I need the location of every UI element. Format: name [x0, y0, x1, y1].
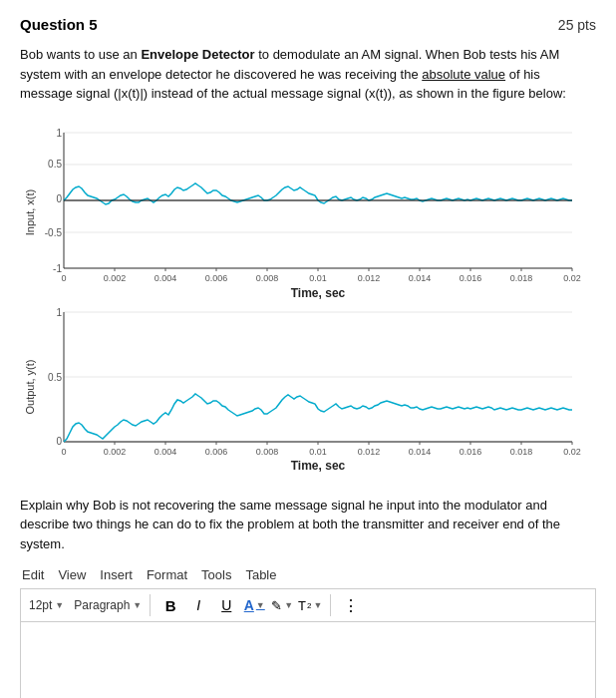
question-description: Bob wants to use an Envelope Detector to… — [20, 45, 596, 104]
svg-text:0.016: 0.016 — [460, 273, 482, 283]
menu-bar: Edit View Insert Format Tools Table — [20, 567, 596, 582]
menu-view[interactable]: View — [58, 567, 86, 582]
svg-text:Output, y(t): Output, y(t) — [24, 359, 36, 414]
paragraph-selector[interactable]: Paragraph ▼ — [74, 598, 142, 612]
svg-text:0.014: 0.014 — [409, 447, 432, 457]
superscript-button[interactable]: T2 ▼ — [298, 593, 322, 617]
highlight-chevron: ▼ — [284, 600, 293, 610]
svg-text:0.016: 0.016 — [460, 447, 482, 457]
svg-text:0.012: 0.012 — [358, 447, 381, 457]
svg-text:0.008: 0.008 — [256, 447, 279, 457]
highlight-button[interactable]: ✎ ▼ — [270, 593, 294, 617]
output-chart-svg: Output, y(t) 1 0.5 0 0 0.002 0.004 0.006… — [24, 302, 592, 482]
menu-edit[interactable]: Edit — [22, 567, 44, 582]
text-color-button[interactable]: A ▼ — [242, 593, 266, 617]
explain-text: Explain why Bob is not recovering the sa… — [20, 496, 596, 554]
italic-button[interactable]: I — [186, 593, 210, 617]
more-options-button[interactable]: ⋮ — [339, 593, 363, 617]
question-title: Question 5 — [20, 16, 98, 33]
svg-text:0.002: 0.002 — [104, 273, 127, 283]
toolbar-separator — [150, 594, 151, 616]
svg-text:0.02: 0.02 — [563, 447, 581, 457]
superscript-chevron: ▼ — [314, 600, 323, 610]
svg-text:0.02: 0.02 — [563, 273, 581, 283]
toolbar-separator-2 — [330, 594, 331, 616]
svg-text:0.01: 0.01 — [309, 273, 327, 283]
svg-text:0.006: 0.006 — [205, 273, 228, 283]
svg-text:Input, x(t): Input, x(t) — [24, 188, 36, 234]
bold-button[interactable]: B — [158, 593, 182, 617]
menu-tools[interactable]: Tools — [201, 567, 231, 582]
font-size-selector[interactable]: 12pt ▼ — [29, 598, 64, 612]
svg-text:0.018: 0.018 — [510, 447, 533, 457]
svg-text:0: 0 — [61, 273, 66, 283]
underline-button[interactable]: U — [214, 593, 238, 617]
charts-container: Input, x(t) 1 0.5 0 -0.5 -1 0 0.002 0 — [20, 118, 596, 482]
svg-text:0.012: 0.012 — [358, 273, 381, 283]
svg-text:Time, sec: Time, sec — [291, 286, 346, 300]
svg-text:0.002: 0.002 — [104, 447, 127, 457]
bottom-chart: Output, y(t) 1 0.5 0 0 0.002 0.004 0.006… — [20, 302, 596, 482]
color-chevron: ▼ — [256, 600, 265, 610]
svg-text:Time, sec: Time, sec — [291, 459, 346, 473]
svg-text:-0.5: -0.5 — [45, 227, 63, 238]
answer-text-area[interactable] — [20, 621, 596, 698]
svg-text:0: 0 — [56, 436, 62, 447]
svg-text:0.014: 0.014 — [409, 273, 432, 283]
svg-text:0: 0 — [61, 447, 66, 457]
input-chart-svg: Input, x(t) 1 0.5 0 -0.5 -1 0 0.002 0 — [24, 118, 592, 302]
paragraph-chevron: ▼ — [133, 600, 142, 610]
top-chart: Input, x(t) 1 0.5 0 -0.5 -1 0 0.002 0 — [20, 118, 596, 302]
svg-text:0.006: 0.006 — [205, 447, 228, 457]
svg-text:1: 1 — [56, 128, 62, 139]
menu-format[interactable]: Format — [147, 567, 187, 582]
format-toolbar: 12pt ▼ Paragraph ▼ B I U A ▼ ✎ ▼ T2 ▼ ⋮ — [20, 588, 596, 621]
points-label: 25 pts — [558, 17, 596, 33]
menu-table[interactable]: Table — [245, 567, 276, 582]
svg-text:0.5: 0.5 — [48, 159, 62, 170]
svg-text:0.018: 0.018 — [510, 273, 533, 283]
svg-text:0.004: 0.004 — [154, 273, 177, 283]
svg-text:0.01: 0.01 — [309, 447, 327, 457]
svg-text:0.004: 0.004 — [154, 447, 177, 457]
svg-text:0: 0 — [56, 193, 62, 204]
menu-insert[interactable]: Insert — [100, 567, 133, 582]
svg-text:0.5: 0.5 — [48, 372, 62, 383]
font-size-chevron: ▼ — [55, 600, 64, 610]
svg-text:0.008: 0.008 — [256, 273, 279, 283]
svg-text:1: 1 — [56, 307, 62, 318]
